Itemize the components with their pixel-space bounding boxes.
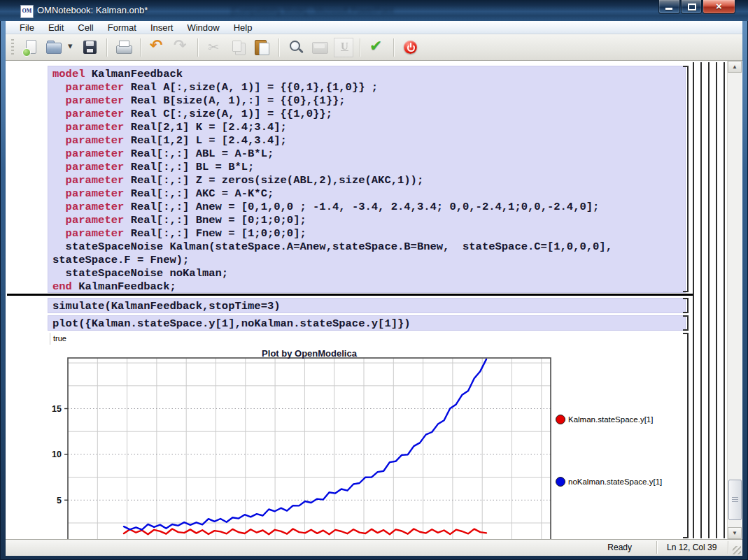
menu-bar: FileEditCellFormatInsertWindowHelp xyxy=(6,21,742,34)
title-bar[interactable]: [Compatibility Mode] - Microsoft PowerPo… xyxy=(0,0,748,21)
toolbar-separator xyxy=(106,38,108,57)
group-bracket-line[interactable] xyxy=(716,62,717,538)
code-line: simulate(KalmanFeedback,stopTime=3) xyxy=(52,300,685,313)
code-line: parameter Real A[:,size(A, 1)] = {{0,1},… xyxy=(52,81,685,94)
plot-background xyxy=(68,358,551,539)
code-cell-simulate[interactable]: simulate(KalmanFeedback,stopTime=3) xyxy=(48,298,686,313)
menu-insert[interactable]: Insert xyxy=(143,22,181,34)
menu-format[interactable]: Format xyxy=(101,22,143,34)
underline-icon[interactable] xyxy=(334,38,353,57)
legend-label: noKalman.stateSpace.y[1] xyxy=(568,478,662,486)
status-separator xyxy=(728,541,729,554)
toolbar-separator xyxy=(197,38,199,57)
redo-icon[interactable] xyxy=(171,38,191,57)
code-line: model KalmanFeedback xyxy=(52,68,685,81)
code-cell-plot[interactable]: plot({Kalman.stateSpace.y[1],noKalman.st… xyxy=(48,315,686,331)
toolbar-separator xyxy=(393,38,395,57)
background-window-title: [Compatibility Mode] - Microsoft PowerPo… xyxy=(231,6,497,15)
toolbar xyxy=(6,34,742,61)
paste-icon[interactable] xyxy=(253,38,272,57)
status-bar: Ready Ln 12, Col 39 xyxy=(6,539,742,556)
toolbar-separator xyxy=(140,38,141,57)
toolbar-drag-handle[interactable] xyxy=(11,39,14,56)
status-cursor-position: Ln 12, Col 39 xyxy=(667,543,717,552)
search-icon[interactable] xyxy=(286,38,306,57)
output-text: true xyxy=(50,333,66,345)
scroll-down-arrow-icon[interactable]: ▼ xyxy=(728,527,742,539)
group-bracket-line[interactable] xyxy=(693,62,694,538)
cell-bracket-simulate[interactable] xyxy=(687,298,689,313)
code-line: parameter Real[:,:] Anew = [0,1,0,0 ; -1… xyxy=(52,201,685,214)
plot-canvas: 51015 xyxy=(6,347,726,539)
cell-cursor-line[interactable] xyxy=(7,294,693,296)
code-line: parameter Real[:,:] BL = B*L; xyxy=(52,161,685,174)
image-icon[interactable] xyxy=(310,38,330,57)
power-icon[interactable] xyxy=(401,38,421,57)
open-dropdown-arrow[interactable] xyxy=(68,38,76,57)
plot-title: Plot by OpenModelica xyxy=(68,348,551,359)
menu-edit[interactable]: Edit xyxy=(41,22,71,34)
code-line: parameter Real[:,:] Bnew = [0;1;0;0]; xyxy=(52,214,685,227)
code-line: end KalmanFeedback; xyxy=(52,280,685,293)
cell-bracket-plot[interactable] xyxy=(687,315,689,331)
code-line: parameter Real B[size(A, 1),:] = {{0},{1… xyxy=(52,94,685,108)
scroll-up-arrow-icon[interactable]: ▲ xyxy=(728,61,742,73)
cut-icon[interactable] xyxy=(205,38,225,57)
legend-label: Kalman.stateSpace.y[1] xyxy=(568,415,653,424)
copy-icon[interactable] xyxy=(229,38,248,57)
group-bracket-line[interactable] xyxy=(724,62,725,538)
status-separator xyxy=(656,541,658,554)
omnotebook-window: [Compatibility Mode] - Microsoft PowerPo… xyxy=(0,0,748,560)
open-icon[interactable] xyxy=(44,38,64,57)
toolbar-separator xyxy=(360,38,361,57)
cell-bracket-output[interactable] xyxy=(687,333,689,538)
menu-window[interactable]: Window xyxy=(180,22,226,34)
code-line: parameter Real[:,:] ABL = A-B*L; xyxy=(52,148,685,161)
y-tick-label: 10 xyxy=(52,450,62,459)
code-line: stateSpaceNoise Kalman(stateSpace.A=Anew… xyxy=(52,240,685,254)
legend-dot-icon xyxy=(556,477,565,487)
y-tick-label: 5 xyxy=(57,496,62,505)
code-line: parameter Real C[:,size(A, 1)] = {{1,0}}… xyxy=(52,108,685,121)
group-bracket-line[interactable] xyxy=(708,62,710,538)
minimize-button[interactable] xyxy=(658,0,680,14)
code-line: parameter Real[:,:] Z = zeros(size(ABL,2… xyxy=(52,174,685,187)
code-line: parameter Real[1,2] L = [2.4,3.4]; xyxy=(52,134,685,148)
plot-output: Plot by OpenModelica 51015 Kalman.stateS… xyxy=(6,347,726,539)
app-icon: OM xyxy=(20,5,34,18)
code-line: parameter Real[2,1] K = [2.4;3.4]; xyxy=(52,121,685,134)
toolbar-separator xyxy=(278,38,280,57)
undo-icon[interactable] xyxy=(148,38,167,57)
window-controls xyxy=(658,0,735,14)
window-title: OMNotebook: Kalman.onb* xyxy=(37,5,148,15)
print-icon[interactable] xyxy=(114,38,134,57)
check-icon[interactable] xyxy=(367,38,387,57)
vertical-scrollbar[interactable]: ▲ ▼ xyxy=(727,61,742,539)
code-line: parameter Real[:,:] Fnew = [1;0;0;0]; xyxy=(52,227,685,240)
legend-item: noKalman.stateSpace.y[1] xyxy=(556,477,662,487)
menu-help[interactable]: Help xyxy=(227,22,260,34)
maximize-button[interactable] xyxy=(681,0,702,14)
scrollbar-thumb[interactable] xyxy=(728,480,742,520)
cell-bracket-model[interactable] xyxy=(687,66,689,292)
new-document-icon[interactable] xyxy=(20,38,40,57)
resize-grip-icon[interactable] xyxy=(733,546,741,554)
code-line: parameter Real[:,:] AKC = A-K*C; xyxy=(52,187,685,201)
code-line: plot({Kalman.stateSpace.y[1],noKalman.st… xyxy=(52,317,685,331)
group-bracket-line[interactable] xyxy=(700,62,702,538)
code-line: stateSpaceNoise noKalman; xyxy=(52,267,685,280)
code-cell-model[interactable]: model KalmanFeedback parameter Real A[:,… xyxy=(48,66,686,293)
status-ready: Ready xyxy=(607,543,632,552)
notebook-area: model KalmanFeedback parameter Real A[:,… xyxy=(6,61,742,539)
y-tick-label: 15 xyxy=(52,404,62,414)
save-icon[interactable] xyxy=(80,38,100,57)
menu-cell[interactable]: Cell xyxy=(71,22,100,34)
legend-dot-icon xyxy=(556,415,565,424)
menu-file[interactable]: File xyxy=(13,22,41,34)
legend-item: Kalman.stateSpace.y[1] xyxy=(556,415,653,424)
close-button[interactable] xyxy=(703,0,735,14)
code-line: stateSpace.F = Fnew); xyxy=(52,254,685,267)
